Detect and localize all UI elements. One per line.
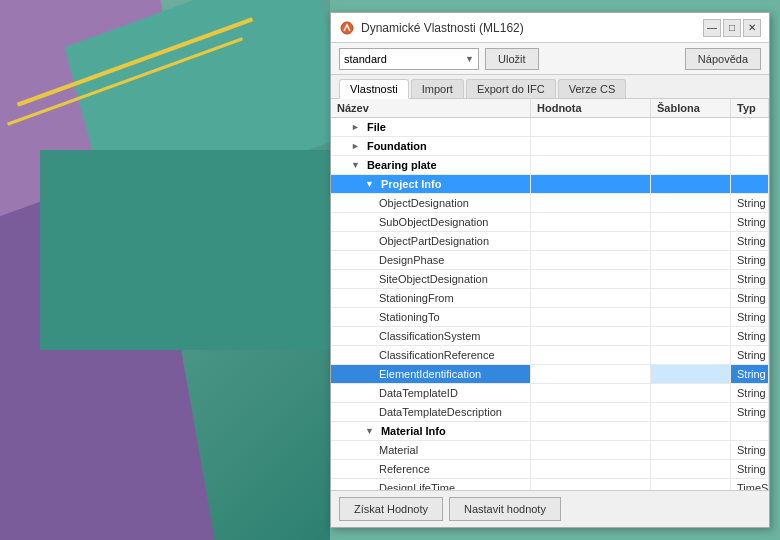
row-classificationreference[interactable]: ClassificationReference String <box>331 346 769 365</box>
cell-sf-template <box>651 289 731 307</box>
cell-dlt-value[interactable] <box>531 479 651 490</box>
cell-foundation-value <box>531 137 651 155</box>
row-subobjectdesignation[interactable]: SubObjectDesignation String <box>331 213 769 232</box>
save-button[interactable]: Uložit <box>485 48 539 70</box>
input-mat[interactable] <box>537 444 644 456</box>
help-button[interactable]: Nápověda <box>685 48 761 70</box>
cell-ei-value[interactable] <box>531 365 651 383</box>
cell-sod-name: SubObjectDesignation <box>331 213 531 231</box>
input-cs[interactable] <box>537 330 644 342</box>
cell-ref-value[interactable] <box>531 460 651 478</box>
tab-import[interactable]: Import <box>411 79 464 98</box>
row-siteobjectdesignation[interactable]: SiteObjectDesignation String <box>331 270 769 289</box>
row-classificationsystem[interactable]: ClassificationSystem String <box>331 327 769 346</box>
cell-opd-name: ObjectPartDesignation <box>331 232 531 250</box>
cell-projectinfo-name: ▼ Project Info <box>331 175 531 193</box>
cell-site-template <box>651 270 731 288</box>
dialog-title: Dynamické Vlastnosti (ML162) <box>361 21 524 35</box>
cell-matinfo-name: ▼ Material Info <box>331 422 531 440</box>
input-dtd[interactable] <box>537 406 644 418</box>
row-datatemplatedescription[interactable]: DataTemplateDescription String <box>331 403 769 422</box>
cell-od-value[interactable] <box>531 194 651 212</box>
label-file: File <box>363 121 386 133</box>
row-foundation[interactable]: ► Foundation <box>331 137 769 156</box>
input-sf[interactable] <box>537 292 644 304</box>
input-sod[interactable] <box>537 216 644 228</box>
cell-sod-typ: String <box>731 213 769 231</box>
cell-dp-value[interactable] <box>531 251 651 269</box>
col-header-typ: Typ <box>731 99 769 117</box>
cell-sf-value[interactable] <box>531 289 651 307</box>
input-opd[interactable] <box>537 235 644 247</box>
cell-dtd-value[interactable] <box>531 403 651 421</box>
row-bearing-plate[interactable]: ▼ Bearing plate <box>331 156 769 175</box>
cell-dtid-typ: String <box>731 384 769 402</box>
row-objectdesignation[interactable]: ObjectDesignation String <box>331 194 769 213</box>
row-designlifetime[interactable]: DesignLifeTime TimeStamp <box>331 479 769 490</box>
cell-mat-value[interactable] <box>531 441 651 459</box>
expand-icon-projectinfo: ▼ <box>365 179 374 189</box>
toolbar: standard ▼ Uložit Nápověda <box>331 43 769 75</box>
row-material-info[interactable]: ▼ Material Info <box>331 422 769 441</box>
cell-foundation-name: ► Foundation <box>331 137 531 155</box>
properties-table[interactable]: Název Hodnota Šablona Typ ► File ► Found… <box>331 99 769 490</box>
cell-dtid-value[interactable] <box>531 384 651 402</box>
row-datatemplateid[interactable]: DataTemplateID String <box>331 384 769 403</box>
input-dlt[interactable] <box>537 482 644 490</box>
row-reference[interactable]: Reference String <box>331 460 769 479</box>
cell-dtd-template <box>651 403 731 421</box>
maximize-button[interactable]: □ <box>723 19 741 37</box>
row-stationingfrom[interactable]: StationingFrom String <box>331 289 769 308</box>
cell-cs-value[interactable] <box>531 327 651 345</box>
cell-cr-value[interactable] <box>531 346 651 364</box>
cell-site-value[interactable] <box>531 270 651 288</box>
cell-st-typ: String <box>731 308 769 326</box>
minimize-button[interactable]: — <box>703 19 721 37</box>
cell-sod-value[interactable] <box>531 213 651 231</box>
expand-icon-file: ► <box>351 122 360 132</box>
input-site[interactable] <box>537 273 644 285</box>
row-objectpartdesignation[interactable]: ObjectPartDesignation String <box>331 232 769 251</box>
input-cr[interactable] <box>537 349 644 361</box>
cell-dlt-template <box>651 479 731 490</box>
input-ref[interactable] <box>537 463 644 475</box>
row-file[interactable]: ► File <box>331 118 769 137</box>
cell-mat-name: Material <box>331 441 531 459</box>
set-values-button[interactable]: Nastavit hodnoty <box>449 497 561 521</box>
standard-dropdown[interactable]: standard ▼ <box>339 48 479 70</box>
input-dtid[interactable] <box>537 387 644 399</box>
input-od[interactable] <box>537 197 644 209</box>
table-header: Název Hodnota Šablona Typ <box>331 99 769 118</box>
cell-opd-value[interactable] <box>531 232 651 250</box>
cell-st-value[interactable] <box>531 308 651 326</box>
title-bar: Dynamické Vlastnosti (ML162) — □ ✕ <box>331 13 769 43</box>
cell-ei-template[interactable] <box>651 365 731 383</box>
col-header-template: Šablona <box>651 99 731 117</box>
tab-vlastnosti[interactable]: Vlastnosti <box>339 79 409 99</box>
col-header-value: Hodnota <box>531 99 651 117</box>
input-st[interactable] <box>537 311 644 323</box>
cell-dlt-name: DesignLifeTime <box>331 479 531 490</box>
row-stationingto[interactable]: StationingTo String <box>331 308 769 327</box>
row-project-info[interactable]: ▼ Project Info <box>331 175 769 194</box>
title-controls: — □ ✕ <box>703 19 761 37</box>
cell-cr-typ: String <box>731 346 769 364</box>
row-designphase[interactable]: DesignPhase String <box>331 251 769 270</box>
cell-dtid-template <box>651 384 731 402</box>
input-ei[interactable] <box>537 368 644 380</box>
row-material[interactable]: Material String <box>331 441 769 460</box>
row-elementidentification[interactable]: ElementIdentification String <box>331 365 769 384</box>
tab-export-ifc[interactable]: Export do IFC <box>466 79 556 98</box>
input-ei-template[interactable] <box>657 368 724 380</box>
cell-site-name: SiteObjectDesignation <box>331 270 531 288</box>
input-dp[interactable] <box>537 254 644 266</box>
get-values-button[interactable]: Získat Hodnoty <box>339 497 443 521</box>
cell-ref-name: Reference <box>331 460 531 478</box>
cell-cr-name: ClassificationReference <box>331 346 531 364</box>
cell-dp-name: DesignPhase <box>331 251 531 269</box>
close-button[interactable]: ✕ <box>743 19 761 37</box>
cell-mat-template <box>651 441 731 459</box>
tab-verze-cs[interactable]: Verze CS <box>558 79 626 98</box>
cell-file-value <box>531 118 651 136</box>
cell-st-name: StationingTo <box>331 308 531 326</box>
